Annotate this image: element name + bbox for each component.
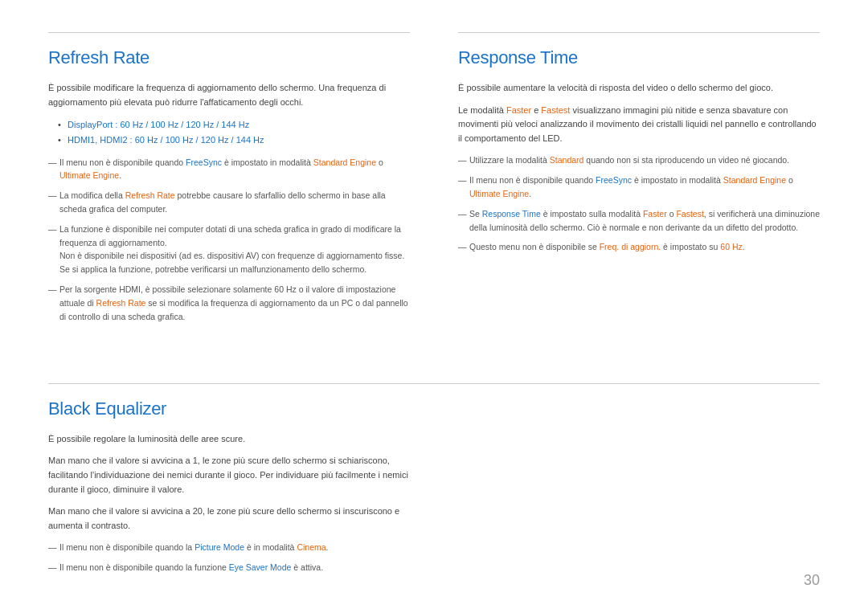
black-eq-para3: Man mano che il valore si avvicina a 20,… bbox=[48, 505, 410, 533]
ultimate-engine-link-2: Ultimate Engine bbox=[469, 189, 529, 198]
bottom-divider bbox=[48, 383, 820, 384]
response-note-1: Utilizzare la modalità Standard quando n… bbox=[458, 153, 820, 167]
standard-engine-link-2: Standard Engine bbox=[723, 175, 786, 185]
fastest-link: Fastest bbox=[541, 105, 570, 115]
page-number: 30 bbox=[804, 572, 820, 589]
refresh-note-3: La funzione è disponibile nei computer d… bbox=[48, 223, 410, 276]
refresh-rate-link-1: Refresh Rate bbox=[125, 190, 175, 200]
freesync-link-2: FreeSync bbox=[596, 175, 632, 185]
standard-engine-link-1: Standard Engine bbox=[313, 157, 376, 167]
response-note-4: Questo menu non è disponibile se Freq. d… bbox=[458, 240, 820, 254]
left-divider bbox=[48, 32, 410, 33]
black-eq-left: Black Equalizer È possibile regolare la … bbox=[48, 398, 410, 581]
black-eq-note-1: Il menu non è disponibile quando la Pict… bbox=[48, 541, 410, 554]
black-eq-para2: Man mano che il valore si avvicina a 1, … bbox=[48, 454, 410, 497]
black-equalizer-section: Black Equalizer È possibile regolare la … bbox=[48, 383, 820, 581]
ultimate-engine-link-1: Ultimate Engine bbox=[59, 170, 119, 180]
black-equalizer-title: Black Equalizer bbox=[48, 398, 410, 419]
response-time-link: Response Time bbox=[482, 209, 541, 219]
bullet2-text: HDMI1, HDMI2 : 60 Hz / 100 Hz / 120 Hz /… bbox=[68, 135, 264, 145]
bullet-item-1: DisplayPort : 60 Hz / 100 Hz / 120 Hz / … bbox=[58, 117, 410, 133]
fastest-link-2: Fastest bbox=[676, 209, 703, 219]
refresh-rate-section: Refresh Rate È possibile modificare la f… bbox=[48, 32, 410, 359]
response-time-title: Response Time bbox=[458, 47, 820, 68]
response-time-intro: È possibile aumentare la velocità di ris… bbox=[458, 81, 820, 96]
refresh-rate-intro: È possibile modificare la frequenza di a… bbox=[48, 81, 410, 109]
eye-saver-link: Eye Saver Mode bbox=[229, 562, 292, 572]
cinema-link: Cinema bbox=[297, 542, 326, 552]
refresh-rate-bullets: DisplayPort : 60 Hz / 100 Hz / 120 Hz / … bbox=[48, 117, 410, 147]
refresh-rate-link-2: Refresh Rate bbox=[96, 298, 146, 308]
refresh-note-4: Per la sorgente HDMI, è possibile selezi… bbox=[48, 283, 410, 323]
refresh-rate-title: Refresh Rate bbox=[48, 47, 410, 68]
picture-mode-link: Picture Mode bbox=[194, 542, 244, 552]
refresh-note-2: La modifica della Refresh Rate potrebbe … bbox=[48, 189, 410, 216]
refresh-note-1: Il menu non è disponibile quando FreeSyn… bbox=[48, 156, 410, 183]
black-eq-right bbox=[458, 398, 820, 581]
bullet1-text: DisplayPort : 60 Hz / 100 Hz / 120 Hz / … bbox=[68, 120, 249, 129]
60hz-link: 60 Hz bbox=[720, 242, 742, 251]
bullet-item-2: HDMI1, HDMI2 : 60 Hz / 100 Hz / 120 Hz /… bbox=[58, 133, 410, 148]
response-note-2: Il menu non è disponibile quando FreeSyn… bbox=[458, 174, 820, 201]
faster-link-2: Faster bbox=[643, 209, 667, 219]
response-time-detail: Le modalità Faster e Fastest visualizzan… bbox=[458, 104, 820, 146]
black-eq-para1: È possibile regolare la luminosità delle… bbox=[48, 432, 410, 447]
freq-aggiorn-link: Freq. di aggiorn. bbox=[600, 242, 661, 251]
faster-link: Faster bbox=[506, 105, 531, 115]
standard-link: Standard bbox=[550, 155, 584, 165]
response-time-section: Response Time È possibile aumentare la v… bbox=[458, 32, 820, 359]
response-note-3: Se Response Time è impostato sulla modal… bbox=[458, 207, 820, 235]
black-eq-note-2: Il menu non è disponibile quando la funz… bbox=[48, 561, 410, 574]
right-divider bbox=[458, 32, 820, 33]
freesync-link-1: FreeSync bbox=[186, 157, 222, 167]
